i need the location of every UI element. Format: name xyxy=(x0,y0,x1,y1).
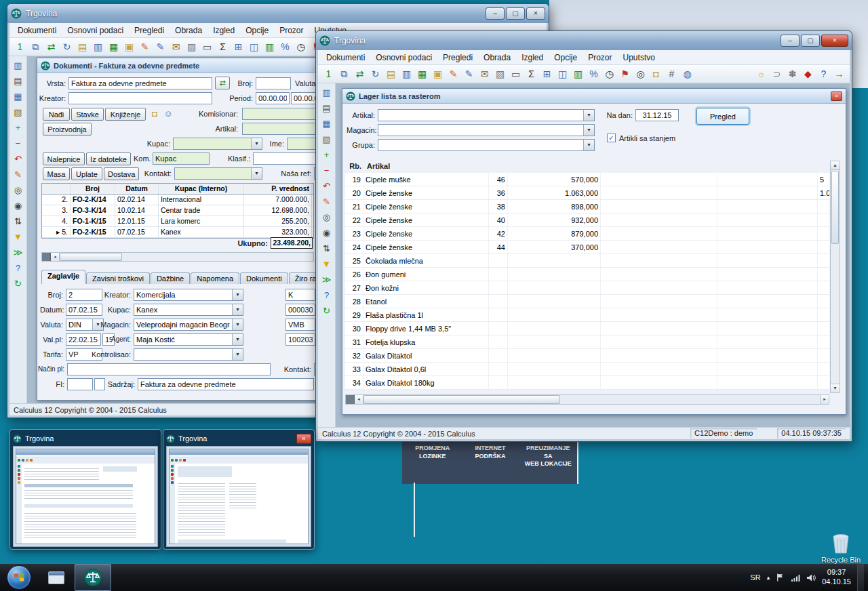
change-type-button[interactable]: ⇄ xyxy=(215,77,230,89)
indent-icon[interactable]: ≫ xyxy=(12,246,25,259)
masa-button[interactable]: Masa xyxy=(43,167,70,180)
chart-icon[interactable]: % xyxy=(586,66,601,81)
table-row[interactable]: 23 Cipele ženske 42 879,000 xyxy=(345,227,829,241)
table-row[interactable]: 30 Floppy drive 1,44 MB 3,5" xyxy=(345,322,829,335)
close-button[interactable]: × xyxy=(821,35,848,47)
period-from-input[interactable] xyxy=(256,92,290,104)
chevron-down-icon[interactable]: ▼ xyxy=(583,140,594,150)
table-row[interactable]: 20 Cipele ženske 36 1.063,000 1.0 xyxy=(345,186,829,200)
detail-agent-input[interactable] xyxy=(134,334,232,345)
calculus-diamond-icon[interactable]: ◆ xyxy=(800,66,816,81)
detail-agent-code[interactable] xyxy=(285,333,315,346)
table-row[interactable]: 28 Etanol xyxy=(345,295,829,308)
table-row[interactable]: 2. FO-2-K/14 02.02.14 Internacional 7.00… xyxy=(42,195,313,205)
printer-icon[interactable]: ▭ xyxy=(199,39,215,54)
nalepnice-button[interactable]: Nalepnice xyxy=(43,152,85,165)
minimize-button[interactable]: – xyxy=(781,35,800,47)
edit-icon[interactable]: ✎ xyxy=(12,168,25,181)
scrollbar-thumb[interactable] xyxy=(831,171,839,244)
copy-document-icon[interactable]: ⧉ xyxy=(336,66,352,81)
show-hidden-icons-button[interactable]: ▴ xyxy=(767,574,770,581)
mail-icon[interactable]: ✉ xyxy=(477,66,492,81)
transfer-icon[interactable]: ⇄ xyxy=(352,66,368,81)
find-next-icon[interactable]: ◉ xyxy=(320,226,334,239)
save-icon[interactable]: ▥ xyxy=(12,59,25,72)
menu-item[interactable]: Izgled xyxy=(208,24,240,37)
mail-icon[interactable]: ✉ xyxy=(168,39,184,54)
add-icon[interactable]: + xyxy=(12,121,25,134)
save-icon[interactable]: ▥ xyxy=(320,86,334,99)
taskbar-app-calculus[interactable] xyxy=(75,564,111,591)
remove-icon[interactable]: − xyxy=(320,164,334,177)
kupac-combo[interactable]: ▼ xyxy=(173,138,262,150)
scrollbar-thumb[interactable] xyxy=(60,253,122,261)
knjizenje-button[interactable]: Knjiženje xyxy=(105,108,146,121)
preview-icon[interactable]: ▦ xyxy=(12,90,25,103)
column-header-vrednost[interactable]: P. vrednost xyxy=(244,184,312,194)
find-icon[interactable]: ◎ xyxy=(12,184,25,197)
column-header-rb[interactable]: Rb. xyxy=(345,162,361,170)
detail-broj-input[interactable] xyxy=(66,289,102,301)
list-document-icon[interactable]: ▥ xyxy=(399,66,414,81)
detail-nacin-input[interactable] xyxy=(67,363,271,375)
columns-icon[interactable]: ◫ xyxy=(555,66,570,81)
edit-pencil-icon[interactable]: ✎ xyxy=(137,39,153,54)
table-icon[interactable]: ⊞ xyxy=(231,39,246,54)
scroll-left-button[interactable]: ◂ xyxy=(51,253,60,261)
notification-flag-icon[interactable] xyxy=(776,573,785,582)
note-document-icon[interactable]: ▤ xyxy=(75,39,90,54)
preview-thumbnail[interactable] xyxy=(13,446,158,547)
clipboard-icon[interactable]: ▨ xyxy=(184,39,199,54)
table-icon[interactable]: ⊞ xyxy=(539,66,555,81)
lock-icon[interactable]: ◘ xyxy=(648,66,664,81)
dostava-button[interactable]: Dostava xyxy=(104,167,139,180)
filter-icon[interactable]: ▼ xyxy=(320,258,334,270)
grid-document-icon[interactable]: ▦ xyxy=(106,39,121,54)
volume-icon[interactable] xyxy=(806,573,816,582)
magacin-combo[interactable]: ▼ xyxy=(378,124,595,136)
splitter-handle[interactable] xyxy=(346,395,355,404)
undo-icon[interactable]: ↶ xyxy=(320,180,334,192)
book-icon[interactable]: ▧ xyxy=(12,106,25,119)
pen-icon[interactable]: ✎ xyxy=(153,39,168,54)
find-icon[interactable]: ◎ xyxy=(320,211,334,224)
detail-datum-input[interactable] xyxy=(66,304,102,316)
splitter-handle[interactable] xyxy=(42,253,51,261)
tab-dazbine[interactable]: Dažbine xyxy=(151,272,190,284)
detail-fi-check-input[interactable] xyxy=(94,378,105,390)
horizontal-scrollbar[interactable]: ◂ xyxy=(41,252,314,262)
stavke-button[interactable]: Stavke xyxy=(71,108,104,121)
kontakt-combo[interactable]: ▼ xyxy=(174,167,262,180)
network-icon[interactable] xyxy=(791,573,800,582)
table-row[interactable]: 24 Cipele ženske 44 370,000 xyxy=(345,241,829,254)
find-next-icon[interactable]: ◉ xyxy=(12,199,25,212)
kontakt-combo-input[interactable] xyxy=(175,168,251,179)
detail-kupac-combo[interactable]: ▼ xyxy=(134,304,243,316)
titlebar[interactable]: Trgovina – ▢ × xyxy=(7,4,549,23)
sum-icon[interactable]: Σ xyxy=(215,39,231,54)
new-document-icon[interactable]: 1 xyxy=(321,66,336,81)
print-icon[interactable]: ▤ xyxy=(320,102,334,115)
detail-kupac-code[interactable] xyxy=(285,304,315,316)
report-icon[interactable]: ▥ xyxy=(570,66,586,81)
book-icon[interactable]: ▧ xyxy=(320,133,334,146)
detail-magacin-code[interactable] xyxy=(285,319,315,331)
menu-item[interactable]: Prozor xyxy=(583,52,617,64)
menu-item[interactable]: Osnovni podaci xyxy=(62,24,129,37)
edit-pencil-icon[interactable]: ✎ xyxy=(446,66,461,81)
clock-icon[interactable]: ◷ xyxy=(601,66,617,81)
table-row[interactable]: 21 Cipele ženske 38 898,000 xyxy=(345,200,829,213)
chevron-down-icon[interactable]: ▼ xyxy=(232,304,243,315)
undo-icon[interactable]: ↶ xyxy=(12,152,25,165)
close-button[interactable]: × xyxy=(831,91,842,101)
chevron-down-icon[interactable]: ▼ xyxy=(232,289,243,300)
detail-kreator-code[interactable] xyxy=(285,289,315,301)
artikal-combo-input[interactable] xyxy=(378,110,583,121)
sort-icon[interactable]: ⇅ xyxy=(12,215,25,228)
table-row[interactable]: 22 Cipele ženske 40 932,000 xyxy=(345,213,829,227)
folder-icon[interactable]: ▣ xyxy=(121,39,137,54)
detail-kontrolisao-combo[interactable]: ▼ xyxy=(134,348,243,361)
exit-icon[interactable]: → xyxy=(831,66,847,81)
chevron-down-icon[interactable]: ▼ xyxy=(232,349,243,360)
folder-icon[interactable]: ▣ xyxy=(430,66,446,81)
